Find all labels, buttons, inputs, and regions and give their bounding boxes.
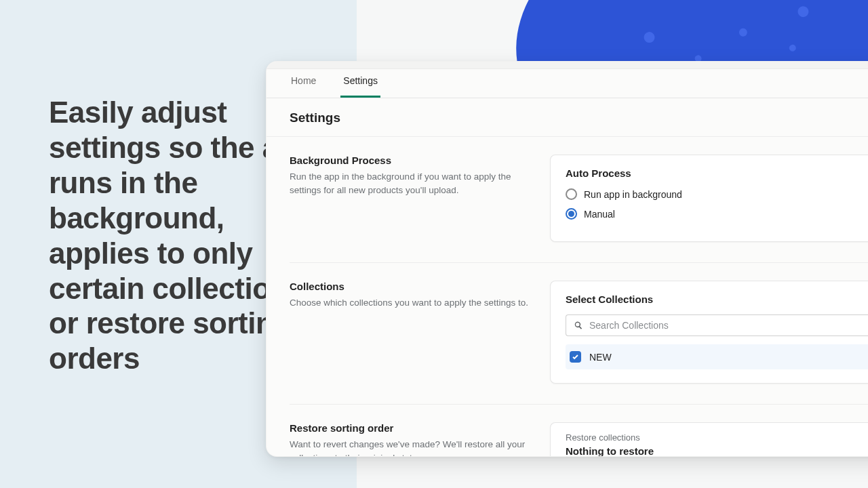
section-collections: Collections Choose which collections you… (290, 263, 868, 405)
tab-home[interactable]: Home (288, 75, 319, 98)
section-restore: Restore sorting order Want to revert cha… (290, 405, 868, 457)
page-title: Settings (267, 98, 868, 137)
radio-label: Run app in background (584, 189, 682, 200)
restore-status: Nothing to restore (566, 445, 654, 457)
background-desc: Run the app in the background if you wan… (290, 170, 534, 197)
restore-desc: Want to revert changes we've made? We'll… (290, 438, 534, 457)
radio-label: Manual (584, 209, 615, 220)
auto-process-card: Auto Process Run app in background Manua… (550, 155, 868, 242)
select-collections-card: Select Collections NEW (550, 281, 868, 384)
tab-settings[interactable]: Settings (340, 75, 380, 98)
collections-title: Collections (290, 281, 534, 292)
settings-content: Background Process Run the app in the ba… (267, 137, 868, 457)
radio-run-background[interactable]: Run app in background (566, 188, 868, 200)
radio-manual[interactable]: Manual (566, 208, 868, 220)
radio-icon (566, 208, 577, 220)
tabs-bar: Home Settings (267, 62, 868, 98)
checkbox-checked-icon (570, 351, 581, 363)
restore-sub: Restore collections (566, 432, 654, 443)
auto-process-title: Auto Process (566, 167, 868, 179)
search-icon (573, 320, 584, 331)
collection-item-new[interactable]: NEW (566, 344, 868, 369)
collection-label: NEW (589, 352, 612, 363)
search-input[interactable] (589, 320, 868, 331)
section-background-process: Background Process Run the app in the ba… (290, 137, 868, 263)
restore-title: Restore sorting order (290, 422, 534, 434)
select-collections-title: Select Collections (566, 293, 868, 305)
app-window: Home Settings Settings Background Proces… (266, 61, 868, 457)
background-title: Background Process (290, 155, 534, 166)
search-collections-field[interactable] (566, 314, 868, 336)
collections-desc: Choose which collections you want to app… (290, 296, 534, 310)
restore-card: Restore collections Nothing to restore R… (550, 422, 868, 457)
radio-icon (566, 188, 577, 200)
